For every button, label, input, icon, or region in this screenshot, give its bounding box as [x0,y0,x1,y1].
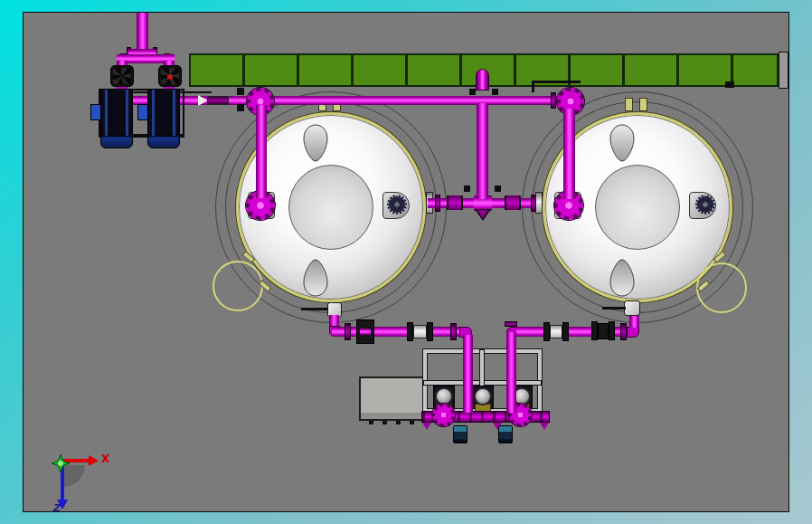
up-elbow[interactable] [627,327,639,338]
valve-support-bracket [532,81,581,83]
coupling-flange[interactable] [562,322,569,341]
left-tank-blind-flange[interactable] [387,195,407,214]
valve-indicator-dot [167,74,173,80]
pipe-clamp [495,186,501,192]
pipe-flange[interactable] [435,195,440,212]
valve-support-bracket [532,81,534,92]
feed-pump-base[interactable] [100,136,133,148]
left-tank-bottom-pad[interactable] [303,257,328,299]
right-tank-drain-valve[interactable] [624,300,640,316]
coupling-flange[interactable] [427,322,433,341]
origin-star-icon [52,454,70,472]
panel-foot [410,421,414,424]
coupling-flange[interactable] [543,322,550,341]
valve-bore [360,329,371,335]
feed-pump[interactable] [147,89,180,139]
pump-junction-box[interactable] [90,104,101,120]
coupling-flange[interactable] [407,322,413,341]
valve-flange[interactable] [591,321,598,340]
walkway-end-cap[interactable] [779,52,788,89]
x-axis-arrowhead [89,455,99,466]
walkway-support-bracket[interactable] [725,81,734,88]
pipe-clamp [464,186,470,192]
skid-gear-flange[interactable] [432,404,455,426]
feed-pump[interactable] [100,89,133,139]
right-tank-top-pad[interactable] [609,124,635,162]
flexible-coupling[interactable] [413,325,427,338]
pipe-flange[interactable] [450,323,457,340]
right-drain-valve-handle[interactable] [602,307,626,310]
crossover-valve[interactable] [505,195,521,210]
panel-foot [382,421,387,424]
pump-junction-box[interactable] [137,104,148,120]
right-tank-blind-flange[interactable] [695,195,715,214]
skid-pump-motor[interactable] [435,387,453,405]
pipe-flange[interactable] [551,92,556,109]
skid-pump-motor[interactable] [474,387,492,405]
left-drain-pipe[interactable] [332,327,464,337]
skid-riser-pipe[interactable] [463,335,473,413]
pipe-flange[interactable] [620,323,627,340]
skid-riser-pipe[interactable] [506,332,516,413]
left-tank[interactable] [215,91,447,323]
manifold-drain-cone[interactable] [540,423,549,430]
vent-stub[interactable] [476,69,489,91]
left-tank-feed-pipe[interactable] [256,105,267,198]
right-tank-lifting-lug[interactable] [639,98,647,111]
dosing-pump[interactable] [453,425,467,443]
left-tank-manway[interactable] [288,165,373,250]
pipe-clamp [469,89,476,95]
right-tank-feed-pipe[interactable] [563,109,575,199]
pump-isolation-valve[interactable] [110,65,134,87]
pipe-clamp [237,88,244,95]
z-axis-label: Z [52,502,60,514]
pump-isolation-valve[interactable] [158,65,182,87]
cad-viewport[interactable]: X Z [23,12,789,512]
left-drain-valve-handle[interactable] [301,308,328,310]
left-tank-top-pad[interactable] [303,124,328,162]
dosing-pump[interactable] [498,425,513,443]
pipe-clamp [492,89,498,95]
manifold-end-flange[interactable] [535,192,543,214]
right-tank[interactable] [522,91,753,323]
right-drain-gate-valve[interactable] [598,323,609,339]
panel-foot [396,421,401,424]
valve-flange[interactable] [609,321,615,340]
left-tank-hose-ring[interactable] [212,261,263,311]
supply-riser-pipe[interactable] [137,13,148,51]
x-axis-label: X [101,453,109,465]
pipe-reducer[interactable] [207,96,229,105]
check-valve[interactable] [477,210,488,219]
right-tank-lifting-lug[interactable] [625,98,633,111]
feed-pump-base[interactable] [147,136,180,148]
center-drop-pipe[interactable] [477,103,488,199]
panel-foot [369,421,373,424]
flexible-coupling[interactable] [550,325,562,338]
crossover-valve[interactable] [447,195,463,210]
control-panel-box[interactable] [359,376,424,421]
right-tank-manway[interactable] [595,165,680,250]
pipe-clamp [237,104,244,111]
right-tank-bottom-pad[interactable] [609,257,635,299]
pipe-flange[interactable] [345,323,351,340]
manifold-drain-cone[interactable] [422,423,431,430]
